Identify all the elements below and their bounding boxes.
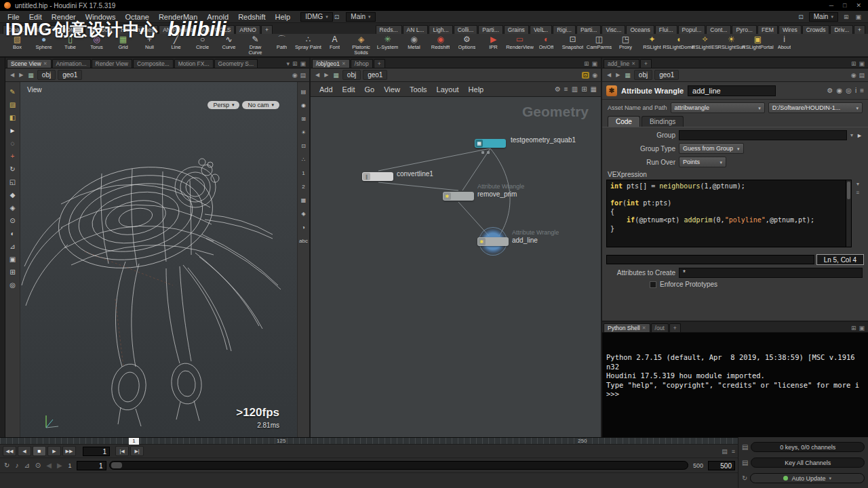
network-menu-item[interactable]: Layout xyxy=(432,85,464,94)
shelf-tab[interactable]: IN DOM... xyxy=(50,25,84,34)
network-canvas[interactable]: Geometry ▦ testgeometry_squab1 ∥ convert… xyxy=(311,97,601,437)
shelf-tab[interactable]: Pyro... xyxy=(732,25,757,34)
maximize-pane-icon[interactable]: ▣ xyxy=(859,60,865,67)
lighting-icon[interactable]: ☀ xyxy=(298,128,309,138)
shelf-tool[interactable]: ▶ IPR xyxy=(480,34,507,56)
tab-render-view[interactable]: Render View xyxy=(92,59,133,68)
node-flag[interactable] xyxy=(487,151,490,154)
shelf-tool[interactable]: A Font xyxy=(321,34,348,56)
tab-code[interactable]: Code xyxy=(608,116,640,127)
new-tab-button[interactable]: + xyxy=(669,323,681,332)
close-tab-icon[interactable]: ✕ xyxy=(342,60,346,68)
run-over-dropdown[interactable]: Points ▾ xyxy=(679,157,726,167)
python-shell-console[interactable]: Python 2.7.15 (default, Apr 8 2019, 15:3… xyxy=(602,333,868,437)
close-tab-icon[interactable]: ✕ xyxy=(43,60,47,68)
breadcrumb-geo1[interactable]: geo1 xyxy=(363,70,387,80)
node-convertline1[interactable]: ∥ xyxy=(362,172,393,181)
handles-tool-icon[interactable]: ◆ xyxy=(7,190,18,200)
shelf-tab[interactable]: Hair Brushes xyxy=(117,25,158,34)
search-icon[interactable]: ◎ xyxy=(846,87,852,94)
expand-editor-icon[interactable]: ▾ xyxy=(856,181,859,187)
pin-pane-icon[interactable]: ◉ xyxy=(592,72,597,79)
points-display-icon[interactable]: ∴ xyxy=(298,155,309,165)
tab-geometry-spreadsheet[interactable]: Geometry S... xyxy=(214,59,258,68)
network-menu-item[interactable]: Go xyxy=(360,85,380,94)
range-start-field[interactable]: 1 xyxy=(77,461,106,470)
shelf-tool[interactable]: ◖ RSLightDome xyxy=(665,34,692,56)
shelf-tab[interactable]: Crowds xyxy=(802,25,830,34)
shelf-tab[interactable]: AN TOOLS xyxy=(198,25,235,34)
camera-view-icon[interactable]: ⊡ xyxy=(298,142,309,151)
shelf-tool[interactable]: ◫ CamParms xyxy=(586,34,612,56)
menu-item[interactable]: Windows xyxy=(81,13,121,21)
lasso-select-icon[interactable]: ◌ xyxy=(7,139,18,148)
new-tab-button[interactable]: + xyxy=(374,59,385,68)
shelf-tab[interactable]: Parti... xyxy=(478,25,503,34)
menu-item[interactable]: RenderMan xyxy=(154,13,202,21)
shelf-tab[interactable]: Visc... xyxy=(601,25,625,34)
pin-pane-icon[interactable]: ◉ xyxy=(292,72,298,79)
playback-range-slider[interactable] xyxy=(109,461,688,470)
tab-obj-geo1[interactable]: /obj/geo1 ✕ xyxy=(312,59,350,68)
key-all-channels-button[interactable]: Key All Channels xyxy=(751,458,865,468)
shelf-tool[interactable]: ✳ L-System xyxy=(374,34,401,56)
shelf-tab[interactable]: Grains xyxy=(504,25,529,34)
shelf-tool[interactable]: ◉ Redshift xyxy=(427,34,454,56)
menu-item[interactable]: File xyxy=(3,13,24,21)
maximize-pane-icon[interactable]: ▣ xyxy=(300,60,306,67)
shelf-tool[interactable]: ✧ RSLightIES xyxy=(692,34,718,56)
group-display-icon[interactable]: ◈ xyxy=(298,209,309,219)
node-testgeometry-squab1[interactable]: ▦ xyxy=(475,139,506,148)
group-type-dropdown[interactable]: Guess from Group ▾ xyxy=(679,143,744,154)
scale-tool-icon[interactable]: ◱ xyxy=(7,178,18,187)
shelf-tab[interactable]: Colli... xyxy=(454,25,478,34)
wrench-icon[interactable]: ⚙ xyxy=(555,85,561,93)
play-reverse-button[interactable]: ◀ xyxy=(18,446,31,456)
shelf-tab[interactable]: FEM xyxy=(757,25,778,34)
nav-back-icon[interactable]: ◀ xyxy=(606,72,612,78)
grid-display-icon[interactable]: ▦ xyxy=(298,196,309,205)
network-menu-item[interactable]: View xyxy=(379,85,405,94)
tab-motion-fx[interactable]: Motion FX... xyxy=(174,59,214,68)
rotate-tool-icon[interactable]: ↻ xyxy=(7,165,18,174)
measure-tool-icon[interactable]: ⊿ xyxy=(7,242,18,251)
shelf-tool[interactable]: ✦ RSLight xyxy=(639,34,665,56)
group-menu-icon[interactable]: ▾ xyxy=(850,132,853,138)
shelf-tab[interactable]: Ligh... xyxy=(429,25,452,34)
info-tool-icon[interactable]: ▣ xyxy=(7,255,18,264)
tab-add-line-params[interactable]: add_line ✕ xyxy=(604,59,639,68)
network-menu-item[interactable]: Help xyxy=(464,85,489,94)
range-lock-icon[interactable]: ◀ xyxy=(45,462,53,469)
shelf-tab[interactable]: AN L... xyxy=(403,25,429,34)
menu-item[interactable]: Redshift xyxy=(233,13,270,21)
shelf-tool[interactable]: ╱ Line xyxy=(163,34,189,56)
editor-command-field[interactable] xyxy=(606,255,814,264)
enforce-prototypes-checkbox[interactable] xyxy=(650,281,656,288)
range-slider-handle[interactable] xyxy=(111,462,122,468)
render-region-icon[interactable]: ◎ xyxy=(7,281,18,290)
shelf-tool[interactable]: ⌒ Path xyxy=(269,34,295,56)
range-end-field[interactable]: 500 xyxy=(708,461,735,470)
shelf-tab[interactable]: Flui... xyxy=(655,25,677,34)
asset-path-dropdown[interactable]: D:/Software/HOUDIN-1... ▾ xyxy=(768,102,863,113)
shelf-tool[interactable]: ⚙ Options xyxy=(454,34,480,56)
split-pane-icon[interactable]: ⊞ xyxy=(292,60,298,67)
thumbnails-icon[interactable]: ▦ xyxy=(591,85,597,93)
level-two-icon[interactable]: 2 xyxy=(298,182,309,192)
shelf-tab[interactable]: Driv... xyxy=(830,25,853,34)
realtime-toggle-icon[interactable]: ⊙ xyxy=(34,462,42,469)
shelf-tool[interactable]: ☀ RSLightSun xyxy=(718,34,745,56)
idmg-desktop-select[interactable]: IDMG ▾ xyxy=(300,12,333,22)
new-tab-icon[interactable]: ▾ xyxy=(286,60,290,67)
menu-item[interactable]: Help xyxy=(271,13,296,21)
shelf-tab[interactable]: Tar Tools xyxy=(85,25,116,34)
loop-mode-icon[interactable]: ↻ xyxy=(3,462,11,469)
snap-tool-icon[interactable]: ◈ xyxy=(7,203,18,213)
shelf-tool[interactable]: i About xyxy=(771,34,797,56)
shelf-tool[interactable]: ◉ Metal xyxy=(401,34,427,56)
shelf-tool[interactable]: ◈ Platonic Solids xyxy=(348,34,374,56)
nav-forward-icon[interactable]: ▶ xyxy=(18,72,24,78)
group-select-arrow-icon[interactable]: ► xyxy=(856,132,863,139)
brush-tool-icon[interactable]: ▨ xyxy=(7,100,18,110)
shelf-tab[interactable]: Popul... xyxy=(678,25,706,34)
